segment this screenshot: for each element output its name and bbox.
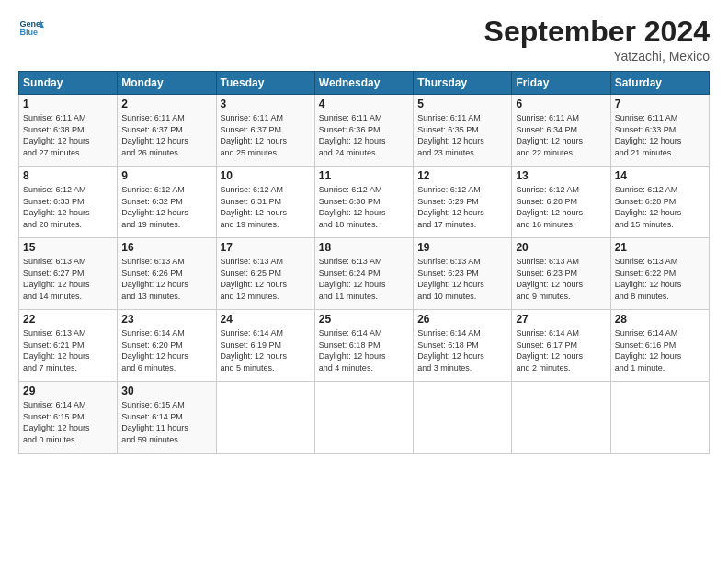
day-cell <box>414 382 512 454</box>
col-wednesday: Wednesday <box>314 72 413 95</box>
day-info: Sunrise: 6:12 AM Sunset: 6:31 PM Dayligh… <box>221 184 311 230</box>
logo-icon: General Blue <box>18 15 44 40</box>
day-cell: 4Sunrise: 6:11 AM Sunset: 6:36 PM Daylig… <box>314 95 413 167</box>
day-number: 3 <box>221 98 311 110</box>
day-number: 11 <box>319 169 409 182</box>
day-cell: 28Sunrise: 6:14 AM Sunset: 6:16 PM Dayli… <box>610 310 709 382</box>
day-info: Sunrise: 6:14 AM Sunset: 6:20 PM Dayligh… <box>121 327 211 373</box>
day-cell: 19Sunrise: 6:13 AM Sunset: 6:23 PM Dayli… <box>414 238 512 310</box>
day-number: 5 <box>417 98 507 110</box>
day-cell: 2Sunrise: 6:11 AM Sunset: 6:37 PM Daylig… <box>118 95 216 167</box>
day-info: Sunrise: 6:11 AM Sunset: 6:37 PM Dayligh… <box>121 112 211 158</box>
day-number: 21 <box>615 241 705 254</box>
day-info: Sunrise: 6:14 AM Sunset: 6:17 PM Dayligh… <box>516 327 606 373</box>
day-cell: 25Sunrise: 6:14 AM Sunset: 6:18 PM Dayli… <box>314 310 413 382</box>
day-cell: 16Sunrise: 6:13 AM Sunset: 6:26 PM Dayli… <box>118 238 216 310</box>
day-number: 28 <box>615 313 705 326</box>
day-cell <box>314 382 413 454</box>
day-number: 30 <box>121 385 211 397</box>
day-info: Sunrise: 6:11 AM Sunset: 6:34 PM Dayligh… <box>516 112 606 158</box>
day-number: 22 <box>23 313 113 326</box>
day-cell: 30Sunrise: 6:15 AM Sunset: 6:14 PM Dayli… <box>118 382 216 454</box>
day-info: Sunrise: 6:13 AM Sunset: 6:24 PM Dayligh… <box>319 256 409 302</box>
day-number: 26 <box>417 313 507 326</box>
day-number: 2 <box>121 98 211 110</box>
header-row: Sunday Monday Tuesday Wednesday Thursday… <box>19 72 710 95</box>
day-cell: 3Sunrise: 6:11 AM Sunset: 6:37 PM Daylig… <box>216 95 314 167</box>
day-cell: 14Sunrise: 6:12 AM Sunset: 6:28 PM Dayli… <box>610 167 709 238</box>
calendar-page: General Blue September 2024 Yatzachi, Me… <box>0 0 728 563</box>
day-number: 17 <box>221 241 311 254</box>
day-cell: 27Sunrise: 6:14 AM Sunset: 6:17 PM Dayli… <box>512 310 610 382</box>
day-number: 19 <box>417 241 507 254</box>
day-cell: 13Sunrise: 6:12 AM Sunset: 6:28 PM Dayli… <box>512 167 610 238</box>
day-info: Sunrise: 6:11 AM Sunset: 6:36 PM Dayligh… <box>319 112 409 158</box>
day-cell: 24Sunrise: 6:14 AM Sunset: 6:19 PM Dayli… <box>216 310 314 382</box>
day-number: 20 <box>516 241 606 254</box>
day-info: Sunrise: 6:11 AM Sunset: 6:35 PM Dayligh… <box>417 112 507 158</box>
day-number: 15 <box>23 241 113 254</box>
day-info: Sunrise: 6:12 AM Sunset: 6:28 PM Dayligh… <box>516 184 606 230</box>
day-info: Sunrise: 6:11 AM Sunset: 6:33 PM Dayligh… <box>615 112 705 158</box>
day-cell <box>512 382 610 454</box>
day-cell: 15Sunrise: 6:13 AM Sunset: 6:27 PM Dayli… <box>19 238 118 310</box>
day-cell: 10Sunrise: 6:12 AM Sunset: 6:31 PM Dayli… <box>216 167 314 238</box>
day-cell: 18Sunrise: 6:13 AM Sunset: 6:24 PM Dayli… <box>314 238 413 310</box>
day-info: Sunrise: 6:13 AM Sunset: 6:27 PM Dayligh… <box>23 256 113 302</box>
day-cell: 1Sunrise: 6:11 AM Sunset: 6:38 PM Daylig… <box>19 95 118 167</box>
day-info: Sunrise: 6:13 AM Sunset: 6:21 PM Dayligh… <box>23 327 113 373</box>
day-info: Sunrise: 6:12 AM Sunset: 6:29 PM Dayligh… <box>417 184 507 230</box>
col-thursday: Thursday <box>414 72 512 95</box>
day-info: Sunrise: 6:14 AM Sunset: 6:18 PM Dayligh… <box>417 327 507 373</box>
day-number: 6 <box>516 98 606 110</box>
day-cell: 17Sunrise: 6:13 AM Sunset: 6:25 PM Dayli… <box>216 238 314 310</box>
page-header: General Blue September 2024 Yatzachi, Me… <box>18 15 710 63</box>
day-cell: 12Sunrise: 6:12 AM Sunset: 6:29 PM Dayli… <box>414 167 512 238</box>
col-sunday: Sunday <box>19 72 118 95</box>
day-info: Sunrise: 6:12 AM Sunset: 6:33 PM Dayligh… <box>23 184 113 230</box>
day-info: Sunrise: 6:14 AM Sunset: 6:19 PM Dayligh… <box>221 327 311 373</box>
day-cell: 5Sunrise: 6:11 AM Sunset: 6:35 PM Daylig… <box>414 95 512 167</box>
week-row-2: 8Sunrise: 6:12 AM Sunset: 6:33 PM Daylig… <box>19 167 710 238</box>
day-info: Sunrise: 6:14 AM Sunset: 6:15 PM Dayligh… <box>23 399 113 445</box>
day-cell: 20Sunrise: 6:13 AM Sunset: 6:23 PM Dayli… <box>512 238 610 310</box>
day-info: Sunrise: 6:13 AM Sunset: 6:26 PM Dayligh… <box>121 256 211 302</box>
day-number: 4 <box>319 98 409 110</box>
day-number: 12 <box>417 169 507 182</box>
day-info: Sunrise: 6:11 AM Sunset: 6:37 PM Dayligh… <box>221 112 311 158</box>
day-info: Sunrise: 6:15 AM Sunset: 6:14 PM Dayligh… <box>121 399 211 445</box>
day-cell: 22Sunrise: 6:13 AM Sunset: 6:21 PM Dayli… <box>19 310 118 382</box>
day-number: 24 <box>221 313 311 326</box>
day-number: 23 <box>121 313 211 326</box>
day-number: 14 <box>615 169 705 182</box>
day-number: 29 <box>23 385 113 397</box>
day-number: 8 <box>23 169 113 182</box>
day-cell: 6Sunrise: 6:11 AM Sunset: 6:34 PM Daylig… <box>512 95 610 167</box>
day-info: Sunrise: 6:13 AM Sunset: 6:25 PM Dayligh… <box>221 256 311 302</box>
day-cell: 9Sunrise: 6:12 AM Sunset: 6:32 PM Daylig… <box>118 167 216 238</box>
day-number: 18 <box>319 241 409 254</box>
day-cell: 23Sunrise: 6:14 AM Sunset: 6:20 PM Dayli… <box>118 310 216 382</box>
week-row-1: 1Sunrise: 6:11 AM Sunset: 6:38 PM Daylig… <box>19 95 710 167</box>
day-info: Sunrise: 6:13 AM Sunset: 6:23 PM Dayligh… <box>417 256 507 302</box>
day-info: Sunrise: 6:11 AM Sunset: 6:38 PM Dayligh… <box>23 112 113 158</box>
day-number: 25 <box>319 313 409 326</box>
week-row-3: 15Sunrise: 6:13 AM Sunset: 6:27 PM Dayli… <box>19 238 710 310</box>
day-cell <box>610 382 709 454</box>
day-number: 10 <box>221 169 311 182</box>
month-title: September 2024 <box>484 15 710 49</box>
day-cell <box>216 382 314 454</box>
day-number: 7 <box>615 98 705 110</box>
day-number: 9 <box>121 169 211 182</box>
day-info: Sunrise: 6:12 AM Sunset: 6:32 PM Dayligh… <box>121 184 211 230</box>
col-friday: Friday <box>512 72 610 95</box>
day-number: 13 <box>516 169 606 182</box>
day-info: Sunrise: 6:12 AM Sunset: 6:30 PM Dayligh… <box>319 184 409 230</box>
day-cell: 29Sunrise: 6:14 AM Sunset: 6:15 PM Dayli… <box>19 382 118 454</box>
day-info: Sunrise: 6:14 AM Sunset: 6:16 PM Dayligh… <box>615 327 705 373</box>
calendar-table: Sunday Monday Tuesday Wednesday Thursday… <box>18 71 710 454</box>
day-number: 1 <box>23 98 113 110</box>
week-row-4: 22Sunrise: 6:13 AM Sunset: 6:21 PM Dayli… <box>19 310 710 382</box>
col-monday: Monday <box>118 72 216 95</box>
title-block: September 2024 Yatzachi, Mexico <box>484 15 710 63</box>
